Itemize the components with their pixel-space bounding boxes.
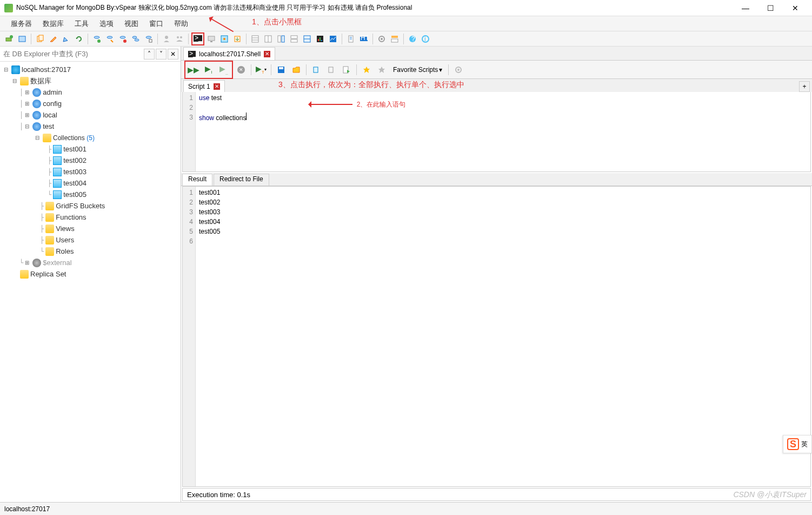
tree-replica[interactable]: Replica Set [30,270,66,278]
tree-views[interactable]: Views [56,225,74,233]
tb-grid5-icon[interactable] [301,33,313,45]
tree-coll[interactable]: test004 [63,179,86,187]
tb-copy-icon[interactable] [34,33,46,45]
tb-shell-icon[interactable]: >_ [191,32,204,45]
copy-result-button[interactable] [309,63,323,77]
minimize-button[interactable]: — [733,0,758,16]
tree-toggle[interactable] [2,66,10,74]
favorite-add-button[interactable] [360,63,374,77]
execute-cursor-button[interactable]: ▶T▾ [254,63,268,77]
tb-help-icon[interactable]: ? [407,33,418,45]
db-tree[interactable]: localhost:27017 数据库 │admin │config │loca… [0,62,181,502]
tb-db-add-icon[interactable] [91,33,103,45]
favorite-scripts-dropdown[interactable]: Favorite Scripts▾ [390,66,445,74]
menu-database[interactable]: 数据库 [37,17,69,31]
maximize-button[interactable]: ☐ [758,0,783,16]
tb-new-server-icon[interactable] [3,33,15,45]
tb-users-icon[interactable] [174,33,185,45]
menu-view[interactable]: 视图 [119,17,144,31]
tree-db-config[interactable]: config [43,100,62,108]
tree-db-test[interactable]: test [43,122,54,130]
menu-tools[interactable]: 工具 [69,17,94,31]
svg-point-11 [135,39,139,41]
svg-point-8 [120,36,125,38]
tree-roles[interactable]: Roles [56,247,74,255]
favorite-remove-button[interactable] [375,63,389,77]
tree-toggle[interactable] [23,111,31,119]
tab-close-button[interactable]: ✕ [264,51,270,57]
tb-settings-icon[interactable] [376,33,388,45]
tree-toggle[interactable] [23,89,31,96]
tb-monitor-icon[interactable] [205,33,217,45]
tb-server-icon[interactable] [16,33,28,45]
tree-toggle[interactable] [23,123,31,130]
menu-window[interactable]: 窗口 [144,17,169,31]
stop-button[interactable]: ✕ [234,63,248,77]
tb-chart-icon[interactable] [314,33,326,45]
search-input[interactable] [2,49,143,59]
redirect-tab[interactable]: Redirect to File [214,174,269,186]
folder-icon [45,213,54,222]
run-script-button[interactable] [340,63,354,77]
execute-single-button[interactable]: ▶I [202,63,216,77]
tb-db-copy-icon[interactable] [130,33,142,45]
tb-user-icon[interactable] [161,33,172,45]
shell-settings-button[interactable] [451,63,465,77]
script-editor[interactable]: 1 2 3 use test show collections 2、在此输入语句 [182,92,811,172]
menu-help[interactable]: 帮助 [169,17,194,31]
close-button[interactable]: ✕ [783,0,808,16]
execute-all-button[interactable]: ▶▶ [187,63,201,77]
tree-gridfs[interactable]: GridFS Buckets [56,202,105,210]
execute-selection-button[interactable]: ▶_ [217,63,231,77]
tb-grid2-icon[interactable] [262,33,274,45]
tree-toggle[interactable] [11,77,18,85]
tb-import-icon[interactable] [231,33,243,45]
tb-about-icon[interactable]: i [420,33,431,45]
tree-functions[interactable]: Functions [56,213,86,221]
tree-coll[interactable]: test002 [63,156,86,164]
tb-grid4-icon[interactable] [288,33,300,45]
tree-coll[interactable]: test001 [63,145,86,153]
tb-perf-icon[interactable] [327,33,339,45]
tb-grid3-icon[interactable] [275,33,287,45]
tb-refresh-icon[interactable] [73,33,85,45]
tree-users[interactable]: Users [56,236,74,244]
tb-db-del-icon[interactable] [117,33,129,45]
tb-map-icon[interactable] [218,33,230,45]
tb-db-edit-icon[interactable] [104,33,116,45]
tb-pick-icon[interactable] [60,33,72,45]
tree-collections[interactable]: Collections (5) [53,134,95,142]
menu-server[interactable]: 服务器 [5,17,37,31]
tree-db-admin[interactable]: admin [43,88,62,96]
tree-server[interactable]: localhost:27017 [22,65,71,74]
tree-db-folder[interactable]: 数据库 [30,76,51,86]
tb-db-script-icon[interactable] [143,33,155,45]
tree-external[interactable]: $external [43,259,71,267]
tb-http-icon[interactable]: HTTP [358,33,370,45]
tree-toggle[interactable] [34,134,41,142]
tb-edit-icon[interactable] [47,33,59,45]
result-panel[interactable]: 123456 test001 test002 test003 test004 t… [182,186,811,487]
add-script-tab-button[interactable]: + [799,81,810,92]
save-button[interactable] [274,63,288,77]
script-tab-close[interactable]: ✕ [214,83,220,90]
open-button[interactable] [289,63,303,77]
search-close-button[interactable]: ✕ [168,49,178,60]
menu-options[interactable]: 选项 [94,17,119,31]
editor-code[interactable]: use test show collections 2、在此输入语句 [196,92,810,171]
tree-coll[interactable]: test003 [63,168,86,176]
tree-toggle[interactable] [23,259,31,267]
tb-doc-icon[interactable] [345,33,357,45]
ime-indicator[interactable]: S 英 [783,435,812,453]
search-up-button[interactable]: ˄ [144,49,155,60]
tb-grid1-icon[interactable] [249,33,261,45]
script-tab-1[interactable]: Script 1 ✕ [183,80,225,92]
tree-db-local[interactable]: local [43,111,57,119]
tree-toggle[interactable] [23,100,31,108]
paste-button[interactable] [324,63,338,77]
tb-layout-icon[interactable] [389,33,401,45]
tree-coll[interactable]: test005 [63,190,86,199]
shell-tab[interactable]: >_ localhost:27017.Shell ✕ [183,47,275,60]
result-tab[interactable]: Result [182,174,212,186]
search-down-button[interactable]: ˅ [156,49,167,60]
